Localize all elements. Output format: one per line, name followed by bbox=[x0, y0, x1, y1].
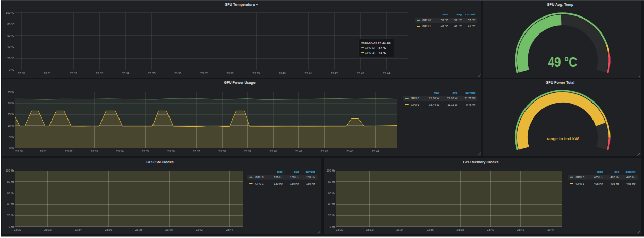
svg-text:avg: avg bbox=[615, 170, 619, 173]
svg-text:23:36: 23:36 bbox=[174, 72, 181, 75]
svg-text:23:40: 23:40 bbox=[269, 150, 277, 153]
svg-text:23:30: 23:30 bbox=[15, 150, 23, 153]
svg-text:139 Hz: 139 Hz bbox=[274, 176, 283, 179]
svg-text:23:43: 23:43 bbox=[346, 150, 353, 153]
svg-text:23:41: 23:41 bbox=[295, 150, 302, 153]
svg-text:GPU Avg. Temp: GPU Avg. Temp bbox=[547, 3, 573, 7]
svg-text:current: current bbox=[305, 170, 315, 173]
svg-text:max: max bbox=[277, 170, 283, 173]
svg-text:23:44: 23:44 bbox=[383, 72, 391, 75]
svg-text:current: current bbox=[465, 13, 475, 16]
svg-text:139 Hz: 139 Hz bbox=[290, 176, 299, 179]
svg-text:80 Hz: 80 Hz bbox=[7, 180, 15, 183]
svg-text:23:34: 23:34 bbox=[396, 228, 403, 231]
svg-text:23:30: 23:30 bbox=[14, 228, 21, 231]
svg-text:80 Hz: 80 Hz bbox=[328, 180, 336, 183]
svg-text:23:32: 23:32 bbox=[65, 150, 73, 153]
svg-text:current: current bbox=[625, 170, 635, 173]
svg-text:GPU 1: GPU 1 bbox=[576, 182, 585, 185]
svg-text:23:33: 23:33 bbox=[96, 72, 103, 75]
svg-text:23:34: 23:34 bbox=[116, 150, 124, 153]
svg-text:23:32: 23:32 bbox=[70, 72, 77, 75]
svg-text:2020-05-01 23:44:48: 2020-05-01 23:44:48 bbox=[361, 42, 391, 45]
svg-text:23:31: 23:31 bbox=[40, 150, 47, 153]
svg-text:16.44 W: 16.44 W bbox=[429, 103, 440, 106]
svg-text:GPU Temperature: GPU Temperature bbox=[225, 3, 255, 7]
svg-text:100 °C: 100 °C bbox=[6, 11, 14, 14]
svg-text:405 Hz: 405 Hz bbox=[594, 182, 603, 185]
svg-text:23:43: 23:43 bbox=[357, 72, 364, 75]
svg-text:49 °C: 49 °C bbox=[548, 55, 578, 70]
svg-text:20 °C: 20 °C bbox=[7, 57, 14, 60]
svg-text:GPU 0: GPU 0 bbox=[576, 176, 585, 179]
svg-text:23:31: 23:31 bbox=[44, 72, 51, 75]
svg-text:41 °C: 41 °C bbox=[468, 25, 475, 28]
svg-text:40 Hz: 40 Hz bbox=[328, 202, 336, 206]
svg-text:23:36: 23:36 bbox=[427, 228, 434, 231]
svg-text:GPU 0:: GPU 0: bbox=[365, 46, 375, 49]
svg-text:0 W: 0 W bbox=[9, 147, 15, 150]
svg-text:40 Hz: 40 Hz bbox=[7, 202, 15, 206]
svg-text:23:36: 23:36 bbox=[167, 150, 175, 153]
svg-text:0 °C: 0 °C bbox=[9, 68, 14, 71]
svg-text:23:42: 23:42 bbox=[331, 72, 338, 75]
svg-text:139 Hz: 139 Hz bbox=[306, 182, 315, 185]
svg-text:23:33: 23:33 bbox=[91, 150, 98, 153]
svg-text:21.68 W: 21.68 W bbox=[447, 97, 458, 100]
svg-text:GPU 0: GPU 0 bbox=[411, 97, 419, 100]
svg-text:405 Hz: 405 Hz bbox=[626, 176, 636, 179]
svg-text:21.77 W: 21.77 W bbox=[465, 97, 476, 100]
svg-text:23:44: 23:44 bbox=[547, 228, 554, 231]
svg-text:current: current bbox=[465, 91, 475, 94]
svg-text:405 Hz: 405 Hz bbox=[611, 176, 620, 179]
svg-text:9.76 W: 9.76 W bbox=[466, 103, 476, 106]
svg-text:23:42: 23:42 bbox=[196, 228, 203, 231]
svg-text:max: max bbox=[597, 170, 603, 173]
svg-text:23:30: 23:30 bbox=[18, 72, 25, 75]
svg-text:23:38: 23:38 bbox=[457, 228, 464, 231]
svg-text:10 W: 10 W bbox=[8, 124, 15, 127]
svg-text:11.11 W: 11.11 W bbox=[448, 103, 458, 106]
svg-text:23:44: 23:44 bbox=[226, 228, 233, 231]
svg-text:23:34: 23:34 bbox=[122, 72, 129, 75]
svg-text:max: max bbox=[443, 13, 449, 16]
svg-text:23:42: 23:42 bbox=[517, 228, 524, 231]
svg-text:GPU 1: GPU 1 bbox=[422, 25, 431, 28]
svg-text:57 °C: 57 °C bbox=[379, 46, 387, 49]
svg-text:23:38: 23:38 bbox=[227, 72, 234, 75]
svg-text:23:44: 23:44 bbox=[372, 150, 379, 153]
svg-text:23:37: 23:37 bbox=[200, 72, 208, 75]
svg-text:139 Hz: 139 Hz bbox=[274, 182, 283, 185]
svg-text:0 Hz: 0 Hz bbox=[330, 225, 336, 228]
svg-text:139 Hz: 139 Hz bbox=[306, 176, 315, 179]
svg-text:GPU 0: GPU 0 bbox=[255, 176, 264, 179]
svg-text:41 °C: 41 °C bbox=[441, 25, 448, 28]
svg-text:40 °C: 40 °C bbox=[7, 45, 14, 48]
svg-text:range to text kW: range to text kW bbox=[547, 136, 579, 141]
svg-text:41 °C: 41 °C bbox=[454, 25, 462, 28]
svg-text:57 °C: 57 °C bbox=[454, 19, 462, 22]
svg-text:23:39: 23:39 bbox=[244, 150, 251, 153]
svg-text:GPU Power Total: GPU Power Total bbox=[546, 81, 574, 84]
svg-text:20 Hz: 20 Hz bbox=[7, 214, 15, 217]
svg-text:60 °C: 60 °C bbox=[7, 34, 14, 37]
svg-text:avg: avg bbox=[453, 91, 457, 94]
svg-text:23:36: 23:36 bbox=[105, 228, 112, 231]
svg-text:23:39: 23:39 bbox=[252, 72, 260, 75]
svg-text:max: max bbox=[434, 91, 440, 94]
svg-text:60 Hz: 60 Hz bbox=[7, 192, 15, 195]
svg-text:139 Hz: 139 Hz bbox=[290, 182, 299, 185]
svg-text:GPU 0: GPU 0 bbox=[422, 19, 431, 22]
svg-text:GPU 1: GPU 1 bbox=[411, 103, 419, 106]
svg-text:80 °C: 80 °C bbox=[7, 23, 14, 26]
svg-text:57 °C: 57 °C bbox=[468, 19, 475, 22]
svg-text:405 Hz: 405 Hz bbox=[611, 182, 620, 185]
svg-text:20 W: 20 W bbox=[8, 101, 15, 105]
svg-text:60 Hz: 60 Hz bbox=[328, 192, 336, 195]
svg-text:23:32: 23:32 bbox=[44, 228, 52, 231]
svg-text:avg: avg bbox=[456, 13, 461, 16]
svg-text:100 Hz: 100 Hz bbox=[327, 169, 336, 172]
svg-text:23:37: 23:37 bbox=[193, 150, 200, 153]
svg-text:23:32: 23:32 bbox=[366, 228, 374, 231]
svg-text:57 °C: 57 °C bbox=[441, 19, 448, 22]
